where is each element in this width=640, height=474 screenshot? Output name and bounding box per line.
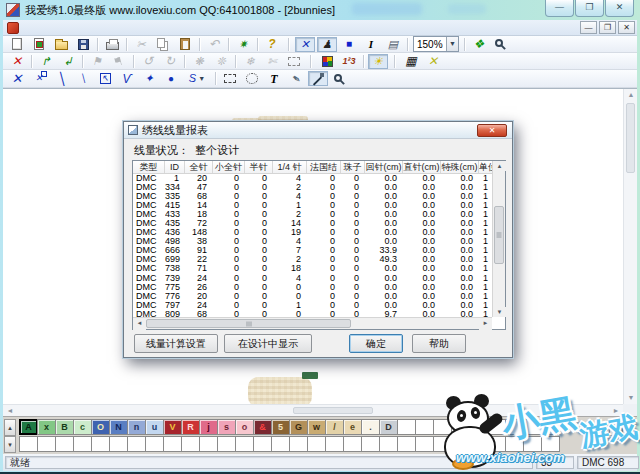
zoom-area-button[interactable]: [491, 37, 511, 52]
palette-cell[interactable]: .: [361, 419, 380, 435]
palette-cell[interactable]: B: [55, 419, 74, 435]
ok-button[interactable]: 确定: [349, 334, 403, 353]
help-button[interactable]: ?: [262, 37, 282, 52]
palette-cell-empty[interactable]: [433, 436, 452, 452]
column-header[interactable]: ID: [165, 161, 185, 173]
palette-cell-empty[interactable]: [433, 419, 452, 435]
thread-notebook-button[interactable]: ▤: [383, 37, 403, 52]
special-stitch-button[interactable]: S▼: [183, 71, 211, 86]
palette-blocks-button[interactable]: [317, 54, 337, 69]
menu-item[interactable]: [49, 27, 61, 29]
palette-cell-empty[interactable]: [523, 436, 542, 452]
scroll-thumb[interactable]: [626, 103, 635, 173]
palette-cell-empty[interactable]: [73, 436, 92, 452]
palette-cell-empty[interactable]: [343, 436, 362, 452]
table-row[interactable]: DMC435720014000.00.00.01: [133, 219, 492, 228]
save-file-button[interactable]: [73, 37, 93, 52]
scroll-up-icon[interactable]: ▲: [624, 89, 638, 101]
show-symbol-view-button[interactable]: I: [361, 37, 381, 52]
canvas-vertical-scrollbar[interactable]: ▲ ▼: [623, 89, 637, 404]
undo-button[interactable]: ↶: [204, 37, 224, 52]
menu-item[interactable]: [61, 27, 73, 29]
palette-cell[interactable]: u: [145, 419, 164, 435]
menu-item[interactable]: [73, 27, 85, 29]
menu-item[interactable]: [97, 27, 109, 29]
rotate-ccw-button[interactable]: ↺: [138, 54, 158, 69]
petite-stitch-button[interactable]: ↖: [95, 71, 115, 86]
table-row[interactable]: DMC43318002000.00.00.01: [133, 210, 492, 219]
text-tool-button[interactable]: T: [264, 71, 284, 86]
import-image-button[interactable]: [29, 37, 49, 52]
palette-cell-empty[interactable]: [541, 419, 560, 435]
palette-cell[interactable]: /: [325, 419, 344, 435]
fill-tool-button[interactable]: ✒: [286, 71, 306, 86]
palette-cell[interactable]: c: [73, 419, 92, 435]
column-header[interactable]: 小全针: [213, 161, 245, 173]
table-row[interactable]: DMC80968000009.70.00.01: [133, 310, 492, 317]
chevron-down-icon[interactable]: ▼: [446, 37, 458, 51]
select-rect-button[interactable]: [220, 71, 240, 86]
palette-spin-up[interactable]: ▴: [4, 419, 16, 436]
column-header[interactable]: 1/4 针: [273, 161, 307, 173]
zoom-tool-button[interactable]: [330, 71, 350, 86]
scroll-down-icon[interactable]: ▼: [493, 307, 506, 317]
palette-cell[interactable]: e: [343, 419, 362, 435]
show-symbols-toggle-button[interactable]: ♟: [317, 37, 337, 52]
table-row[interactable]: DMC4361480019000.00.00.01: [133, 228, 492, 237]
palette-cell-empty[interactable]: [415, 419, 434, 435]
table-row[interactable]: DMC49838004000.00.00.01: [133, 237, 492, 246]
palette-cell-empty[interactable]: [19, 436, 38, 452]
rotate-cw-button[interactable]: ↻: [160, 54, 180, 69]
select-oval-button[interactable]: [242, 71, 262, 86]
table-row[interactable]: DMC33447002000.00.00.01: [133, 183, 492, 192]
table-vertical-scrollbar[interactable]: ▲ ▼: [492, 161, 505, 317]
grid-style-button[interactable]: ✕: [423, 54, 443, 69]
full-stitch-button[interactable]: ✕: [7, 71, 27, 86]
mdi-minimize-button[interactable]: —: [580, 21, 597, 34]
palette-cell[interactable]: O: [91, 419, 110, 435]
stitch-numbers-button[interactable]: 1²3: [339, 54, 359, 69]
column-header[interactable]: 珠子: [341, 161, 365, 173]
palette-cell-empty[interactable]: [109, 436, 128, 452]
palette-cell-empty[interactable]: [307, 436, 326, 452]
palette-cell-empty[interactable]: [325, 436, 344, 452]
vertical-stitch-button[interactable]: Ѵ: [117, 71, 137, 86]
stamp-b-button[interactable]: ❊: [211, 54, 231, 69]
show-stitches-toggle-button[interactable]: ✕: [295, 37, 315, 52]
scroll-down-icon[interactable]: ▼: [624, 392, 638, 404]
palette-cell-empty[interactable]: [487, 419, 506, 435]
table-row[interactable]: DMC77620000000.00.00.01: [133, 292, 492, 301]
palette-cell-empty[interactable]: [91, 436, 110, 452]
palette-cell-empty[interactable]: [397, 419, 416, 435]
palette-cell[interactable]: s: [217, 419, 236, 435]
scroll-up-icon[interactable]: ▲: [493, 161, 506, 171]
marquee-button[interactable]: [284, 54, 304, 69]
dialog-title-bar[interactable]: 绣线线量报表 ✕: [124, 122, 512, 139]
delete-button[interactable]: ✕: [7, 54, 27, 69]
report-table-header[interactable]: 类型ID全针小全针半针1/4 针法国结珠子回针(cm)直针(cm)特殊(cm)单…: [133, 161, 492, 174]
scroll-right-icon[interactable]: ►: [479, 318, 492, 330]
palette-cell-empty[interactable]: [361, 436, 380, 452]
column-header[interactable]: 直针(cm): [403, 161, 441, 173]
palette-scroll-left[interactable]: ←: [609, 419, 621, 436]
palette-cell-empty[interactable]: [541, 436, 560, 452]
palette-cell[interactable]: R: [181, 419, 200, 435]
menu-item[interactable]: [121, 27, 133, 29]
palette-cell-empty[interactable]: [145, 436, 164, 452]
column-header[interactable]: 半针: [245, 161, 273, 173]
palette-cell[interactable]: G: [289, 419, 308, 435]
show-in-design-button[interactable]: 在设计中显示: [224, 334, 312, 353]
palette-cell[interactable]: n: [127, 419, 146, 435]
palette-cell-empty[interactable]: [451, 436, 470, 452]
palette-cell-empty[interactable]: [217, 436, 236, 452]
half-stitch-button[interactable]: ╲: [51, 71, 71, 86]
menu-item[interactable]: [133, 27, 145, 29]
palette-cell[interactable]: D: [379, 419, 398, 435]
minimize-button[interactable]: —: [545, 0, 574, 17]
close-button[interactable]: ✕: [605, 0, 634, 17]
palette-cell-empty[interactable]: [55, 436, 74, 452]
mdi-close-button[interactable]: ✕: [618, 21, 635, 34]
palette-cell-empty[interactable]: [469, 436, 488, 452]
print-button[interactable]: [102, 37, 122, 52]
menu-item[interactable]: [109, 27, 121, 29]
